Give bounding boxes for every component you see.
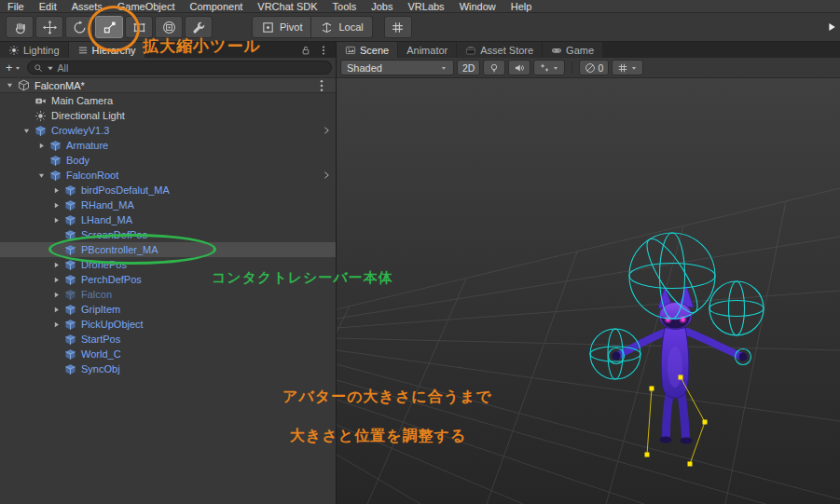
hierarchy-item-falconroot[interactable]: FalconRoot [0,168,336,183]
hierarchy-item-rhand-ma[interactable]: RHand_MA [0,198,336,212]
collapse-arrow[interactable] [21,127,33,135]
expand-arrow[interactable] [50,306,62,314]
hierarchy-item-lhand-ma[interactable]: LHand_MA [0,212,336,227]
custom-tool[interactable] [185,16,213,38]
menu-tools[interactable]: Tools [325,1,365,12]
prefab-chevron-icon[interactable] [322,170,331,180]
expand-arrow[interactable] [50,276,62,284]
hierarchy-item-gripitem[interactable]: GripItem [0,302,336,317]
hierarchy-item-falcon[interactable]: Falcon [0,287,336,302]
expand-arrow[interactable] [35,142,48,150]
prefab-cube-icon [62,348,78,361]
hierarchy-search-input[interactable]: All [27,61,332,75]
menu-file[interactable]: File [0,1,32,12]
pivot-toggle[interactable]: Pivot [252,16,311,38]
transform-tool[interactable] [155,16,183,38]
menu-component[interactable]: Component [182,1,250,12]
hierarchy-item-dronepos[interactable]: DronePos [0,257,336,272]
tab-hierarchy[interactable]: Hierarchy [69,42,145,58]
tab-asset-store[interactable]: Asset Store [457,42,542,58]
menu-vrchat-sdk[interactable]: VRChat SDK [250,1,324,12]
scale-tool[interactable] [95,16,123,38]
scene-audio-toggle[interactable] [508,60,530,75]
collapse-arrow[interactable] [4,81,16,89]
expand-arrow[interactable] [50,186,62,195]
hierarchy-item-directional-light[interactable]: Directional Light [0,108,336,123]
local-label: Local [338,21,363,33]
prefab-cube-icon [62,304,78,316]
caret-down-icon [552,64,559,72]
hidden-objects-button[interactable]: 0 [579,60,609,75]
hierarchy-item-pbcontroller-ma[interactable]: PBcontroller_MA [0,242,336,257]
rotate-icon [73,20,87,34]
play-icon[interactable] [826,21,837,33]
lock-icon[interactable] [300,45,311,56]
expand-arrow[interactable] [50,291,62,299]
menu-edit[interactable]: Edit [32,1,64,12]
hand-icon [13,20,27,34]
menu-help[interactable]: Help [503,1,540,12]
hierarchy-item-birdposdefalut-ma[interactable]: birdPosDefalut_MA [0,183,336,198]
game-icon [551,45,562,56]
tab-lighting[interactable]: Lighting [0,42,68,58]
2d-toggle[interactable]: 2D [457,60,480,75]
prefab-cube-icon [62,334,78,346]
hand-tool[interactable] [6,16,34,38]
kebab-icon[interactable] [318,45,329,56]
local-toggle[interactable]: Local [311,16,372,38]
menu-window[interactable]: Window [452,1,503,12]
menu-vrlabs[interactable]: VRLabs [400,1,451,12]
hierarchy-item-label: RHand_MA [81,199,134,211]
create-object-button[interactable]: + [4,61,23,75]
prefab-chevron-icon[interactable] [322,126,331,135]
scene-panel: SceneAnimatorAsset StoreGame Shaded 2D [337,42,840,504]
grid-snap-button[interactable] [384,16,412,38]
scene-lighting-toggle[interactable] [483,60,505,75]
tab-scene[interactable]: Scene [337,42,397,58]
hierarchy-item-startpos[interactable]: StartPos [0,332,336,347]
menu-assets[interactable]: Assets [64,1,110,12]
expand-arrow[interactable] [50,216,62,225]
hierarchy-item-perchdefpos[interactable]: PerchDefPos [0,272,336,287]
tool-buttons [6,16,214,38]
unity-editor-window: FileEditAssetsGameObjectComponentVRChat … [0,0,840,504]
pivot-icon [261,20,275,34]
hierarchy-item-label: Armature [66,140,108,151]
kebab-icon[interactable] [314,78,329,93]
menu-jobs[interactable]: Jobs [364,1,400,12]
rect-tool[interactable] [125,16,153,38]
hierarchy-item-body[interactable]: Body [0,153,336,168]
hierarchy-item-world-c[interactable]: World_C [0,347,336,361]
move-tool[interactable] [35,16,63,38]
prefab-cube-icon [33,125,48,137]
hierarchy-item-label: PBcontroller_MA [81,244,158,255]
expand-arrow[interactable] [50,201,62,210]
hierarchy-item-syncobj[interactable]: SyncObj [0,361,336,376]
tab-animator[interactable]: Animator [398,42,456,58]
collapse-arrow[interactable] [35,171,48,180]
tab-game[interactable]: Game [543,42,602,58]
gizmos-dropdown[interactable] [612,60,643,75]
expand-arrow[interactable] [50,261,62,269]
gizmo-grid-icon [617,62,628,74]
eye-off-icon [585,62,596,74]
hierarchy-item-armature[interactable]: Armature [0,138,336,153]
hierarchy-item-main-camera[interactable]: Main Camera [0,93,336,108]
scene-3d-view[interactable] [337,78,840,504]
hierarchy-item-pickupobject[interactable]: PickUpObject [0,317,336,332]
shading-mode-dropdown[interactable]: Shaded [340,60,454,75]
grid-icon [391,20,405,34]
rotate-tool[interactable] [65,16,93,38]
hierarchy-item-label: StartPos [81,334,120,345]
pivot-label: Pivot [280,21,302,33]
scene-header-row[interactable]: FalconMA* [0,78,336,93]
effects-dropdown[interactable] [533,60,565,75]
hierarchy-item-crowleyv1-3[interactable]: CrowleyV1.3 [0,123,336,138]
main-toolbar: Pivot Local [0,13,840,42]
search-filter-value: All [58,62,69,74]
hierarchy-item-label: GripItem [81,304,120,315]
expand-arrow[interactable] [50,320,62,329]
caret-down-icon [440,64,448,72]
hierarchy-item-screandefpos[interactable]: ScreanDefPos [0,227,336,242]
menu-gameobject[interactable]: GameObject [110,1,183,12]
